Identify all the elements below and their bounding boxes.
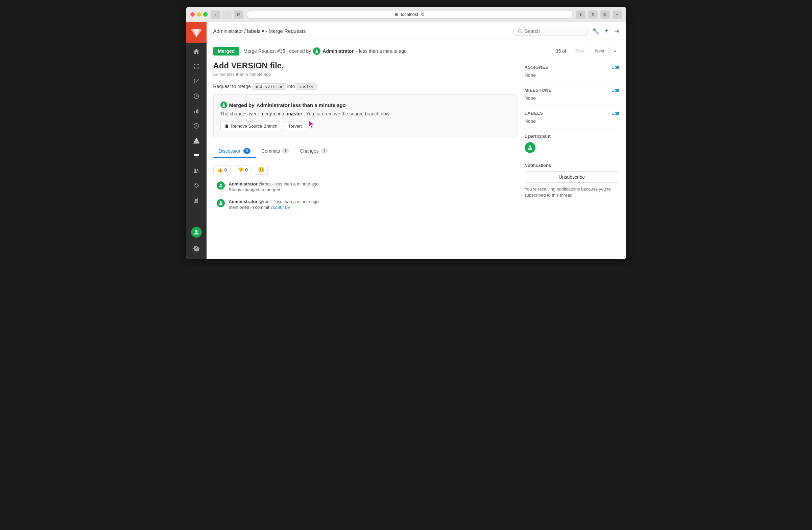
left-column: Merged Merge Request #35 · opened by Adm…	[213, 47, 517, 217]
breadcrumb-sep2: ·	[266, 28, 267, 34]
search-input[interactable]	[525, 28, 583, 34]
merge-desc-prefix: The changes were merged into	[220, 111, 286, 116]
svg-point-17	[195, 184, 196, 185]
tab-changes[interactable]: Changes 1	[294, 145, 333, 158]
sidebar-item-settings[interactable]	[186, 241, 206, 256]
app-layout: Administrator / labels ▾ · Merge Request…	[186, 22, 626, 259]
pagination-chevron-button[interactable]: »	[610, 47, 619, 55]
svg-point-4	[194, 79, 195, 80]
mr-edited-text: Edited less than a minute ago	[213, 72, 517, 77]
pagination: 35 of Prev Next »	[525, 47, 619, 60]
gitlab-logo-icon	[191, 27, 202, 38]
participant-avatar-icon	[527, 144, 533, 151]
merge-actions: Remove Source Branch Revert	[220, 121, 509, 131]
browser-nav: ‹ › ⊟	[211, 11, 243, 19]
mr-title-prefix: Merge Request #35 · opened by	[243, 48, 311, 54]
request-to-merge-prefix: Request to merge	[213, 84, 251, 89]
smiley-icon: 🙂	[258, 167, 265, 172]
thumbs-up-button[interactable]: 👍 0	[213, 166, 231, 174]
merge-desc: The changes were merged into master . Yo…	[220, 111, 509, 116]
svg-point-23	[220, 201, 221, 203]
forward-button[interactable]: ›	[222, 11, 232, 19]
sidebar-item-book[interactable]	[186, 193, 206, 208]
top-nav-actions: 🔧 + ⇥	[592, 27, 619, 35]
activity-avatar-icon-1	[218, 183, 223, 188]
thumbs-down-count: 0	[245, 167, 248, 172]
thumbs-up-icon: 👍	[217, 167, 223, 172]
breadcrumb-repo[interactable]: labels	[247, 28, 260, 34]
refresh-icon[interactable]: ↻	[421, 12, 424, 17]
merged-by-text: Administrator less than a minute ago	[257, 102, 346, 108]
sidebar-toggle-button[interactable]: ⊟	[234, 11, 243, 19]
download-icon[interactable]: ⬇	[576, 11, 585, 19]
breadcrumb-dropdown[interactable]: ▾	[262, 28, 264, 34]
browser-chrome: ‹ › ⊟ ⊕ localhost ↻ ⬇ ⬆ ⧉ +	[186, 7, 626, 22]
notifications-section: Notifications Unsubscribe You're receivi…	[525, 158, 619, 203]
next-button[interactable]: Next	[591, 47, 609, 55]
sidebar-item-home[interactable]	[186, 44, 206, 59]
page-title: Add VERSION file.	[213, 61, 517, 70]
sidebar-item-clock[interactable]	[186, 118, 206, 133]
sidebar-item-dashboard[interactable]	[186, 59, 206, 74]
revert-button[interactable]: Revert	[285, 121, 306, 131]
commit-link[interactable]: 7cd80409	[271, 205, 290, 210]
tab-icon[interactable]: ⧉	[600, 11, 610, 19]
labels-edit-link[interactable]: Edit	[611, 111, 619, 116]
new-tab-icon[interactable]: +	[612, 11, 622, 19]
tab-changes-count: 1	[321, 148, 328, 154]
share-icon[interactable]: ⬆	[588, 11, 598, 19]
sidebar-item-warning[interactable]	[186, 133, 206, 148]
activity-text-prefix: mentioned in commit	[229, 205, 270, 210]
svg-point-24	[529, 145, 531, 148]
merged-by-avatar	[220, 101, 227, 108]
mr-header: Merged Merge Request #35 · opened by Adm…	[213, 47, 517, 56]
wrench-icon[interactable]: 🔧	[592, 27, 599, 35]
reactions: 👍 0 👎 0 🙂	[213, 165, 517, 175]
plus-icon[interactable]: +	[605, 27, 609, 35]
sidebar-item-analytics[interactable]	[186, 103, 206, 118]
mr-author: Administrator	[322, 48, 353, 54]
notifications-title: Notifications	[525, 163, 619, 168]
tab-discussion[interactable]: Discussion 0	[213, 145, 256, 158]
tab-changes-label: Changes	[300, 148, 319, 154]
url-text: localhost	[401, 12, 418, 17]
milestone-edit-link[interactable]: Edit	[611, 88, 619, 93]
activity-avatar-2	[217, 199, 225, 207]
unsubscribe-button[interactable]: Unsubscribe	[525, 171, 619, 183]
svg-point-16	[197, 169, 199, 170]
breadcrumb-sep1: /	[244, 28, 246, 34]
tab-commits[interactable]: Commits 1	[256, 145, 294, 158]
thumbs-down-icon: 👎	[238, 167, 243, 172]
labels-title: Labels	[525, 111, 543, 116]
signout-icon[interactable]: ⇥	[614, 27, 619, 35]
maximize-button[interactable]	[203, 12, 207, 17]
emoji-picker-button[interactable]: 🙂	[255, 165, 268, 175]
sidebar-item-list[interactable]	[186, 148, 206, 163]
minimize-button[interactable]	[197, 12, 201, 17]
back-button[interactable]: ‹	[211, 11, 220, 19]
remove-branch-button[interactable]: Remove Source Branch	[220, 121, 282, 131]
search-box[interactable]	[513, 27, 588, 36]
svg-rect-14	[194, 157, 199, 157]
tab-commits-label: Commits	[261, 148, 280, 154]
avatar[interactable]	[191, 227, 202, 238]
sidebar-item-group[interactable]	[186, 163, 206, 178]
assignee-edit-link[interactable]: Edit	[611, 65, 619, 70]
url-bar[interactable]: ⊕ localhost ↻	[247, 10, 572, 19]
activity-content-1: Administrator @root · less than a minute…	[229, 181, 517, 192]
labels-section: Labels Edit None	[525, 106, 619, 129]
sidebar-item-history[interactable]	[186, 89, 206, 103]
close-button[interactable]	[190, 12, 195, 17]
sidebar-item-tags[interactable]	[186, 178, 206, 193]
breadcrumb-project[interactable]: Administrator	[213, 28, 243, 34]
activity-item: Administrator @root · less than a minute…	[213, 181, 517, 192]
merged-by-line: Merged by Administrator less than a minu…	[220, 101, 509, 108]
sidebar-item-merge-requests[interactable]	[186, 74, 206, 89]
sidebar-logo[interactable]	[186, 22, 206, 43]
thumbs-down-button[interactable]: 👎 0	[234, 166, 251, 174]
milestone-header: Milestone Edit	[525, 88, 619, 93]
prev-button[interactable]: Prev	[571, 47, 589, 55]
milestone-title: Milestone	[525, 88, 552, 93]
svg-point-20	[316, 50, 318, 51]
remove-branch-label: Remove Source Branch	[231, 124, 277, 129]
